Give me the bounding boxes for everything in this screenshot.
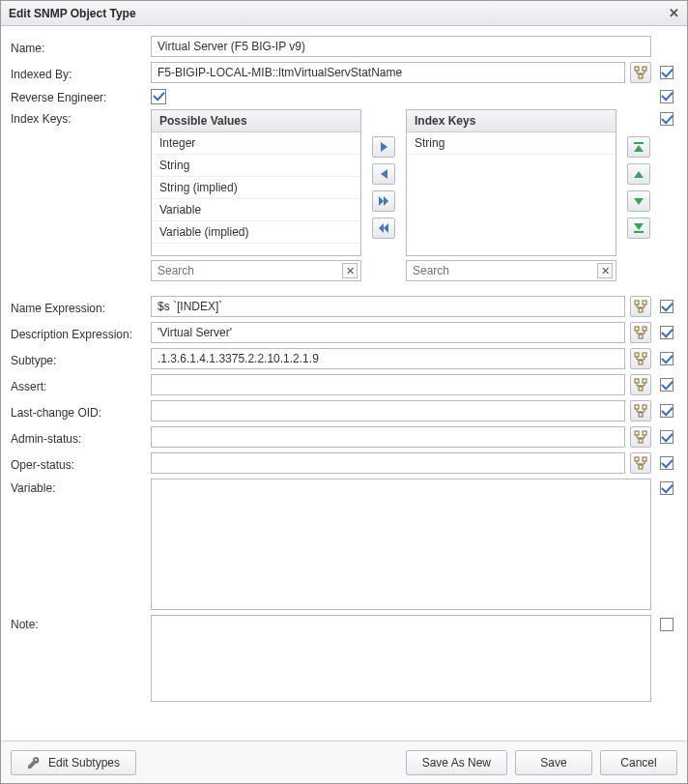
save-button[interactable]: Save [515,750,592,775]
browse-name-expression-button[interactable] [630,296,651,317]
remove-button[interactable] [372,163,395,185]
svg-rect-4 [643,301,646,305]
inherit-indexed-by-checkbox[interactable] [660,66,674,79]
label-note: Note: [11,615,151,631]
cancel-button[interactable]: Cancel [600,750,677,775]
svg-rect-8 [639,334,643,338]
double-arrow-left-icon [379,223,388,233]
subtype-input[interactable] [151,348,625,369]
picklist-order-buttons [626,109,651,281]
browse-indexed-by-button[interactable] [630,62,651,83]
browse-oper-status-button[interactable] [630,452,651,474]
svg-rect-10 [643,353,646,357]
label-indexed-by: Indexed By: [11,65,151,81]
inherit-name-expression-checkbox[interactable] [660,300,674,313]
add-all-button[interactable] [372,190,395,212]
svg-rect-15 [635,405,639,409]
label-name: Name: [11,39,151,55]
arrow-down-icon [634,198,644,205]
remove-all-button[interactable] [372,218,395,239]
move-up-button[interactable] [627,163,650,185]
svg-rect-18 [635,431,639,435]
inherit-subtype-checkbox[interactable] [660,352,674,365]
svg-rect-7 [643,327,646,331]
close-icon[interactable]: ✕ [669,6,679,20]
title-bar: Edit SNMP Object Type ✕ [1,1,687,26]
edit-subtypes-button[interactable]: Edit Subtypes [11,750,136,775]
possible-search-input[interactable] [151,260,361,281]
clear-selected-search-button[interactable]: ✕ [597,263,613,278]
name-expression-input[interactable] [151,296,625,317]
browse-description-expression-button[interactable] [630,322,651,343]
label-subtype: Subtype: [11,351,151,367]
svg-rect-20 [639,439,643,443]
inherit-admin-status-checkbox[interactable] [660,430,674,444]
variable-textarea[interactable] [151,479,651,610]
inherit-oper-status-checkbox[interactable] [660,456,674,470]
label-assert: Assert: [11,377,151,393]
assert-input[interactable] [151,374,625,395]
svg-rect-0 [635,67,639,71]
add-button[interactable] [372,136,395,158]
move-top-icon [634,142,644,152]
index-keys-picklist: Possible Values IntegerStringString (imp… [151,109,651,281]
inherit-reverse-engineer-checkbox[interactable] [660,90,674,103]
svg-rect-21 [635,457,639,461]
inherit-description-expression-checkbox[interactable] [660,326,674,339]
list-item[interactable]: Variable (implied) [152,221,360,244]
tree-icon [634,66,647,79]
last-change-oid-input[interactable] [151,400,625,421]
name-input[interactable] [151,36,651,57]
tree-icon [634,404,647,418]
move-bottom-button[interactable] [627,218,650,239]
label-index-keys: Index Keys: [11,109,151,126]
possible-values-panel: Possible Values IntegerStringString (imp… [151,109,361,256]
list-item[interactable]: Integer [152,132,360,155]
svg-rect-12 [635,379,639,383]
double-arrow-right-icon [379,196,388,206]
list-item[interactable]: Variable [152,199,360,221]
picklist-move-buttons [371,109,396,281]
inherit-assert-checkbox[interactable] [660,378,674,392]
label-reverse-engineer: Reverse Engineer: [11,88,151,104]
reverse-engineer-checkbox[interactable] [151,89,166,104]
description-expression-input[interactable] [151,322,625,343]
svg-rect-23 [639,465,643,469]
selected-search-input[interactable] [406,260,616,281]
tree-icon [634,352,647,365]
wrench-icon [27,756,41,769]
list-item[interactable]: String (implied) [152,177,360,199]
svg-rect-2 [639,74,643,78]
arrow-left-icon [381,169,387,179]
svg-rect-19 [643,431,646,435]
index-keys-list[interactable]: String [407,132,616,255]
arrow-right-icon [381,142,387,152]
note-textarea[interactable] [151,615,651,702]
inherit-variable-checkbox[interactable] [660,481,674,495]
inherit-note-checkbox[interactable] [660,618,674,631]
inherit-index-keys-checkbox[interactable] [660,112,674,126]
oper-status-input[interactable] [151,452,625,474]
browse-subtype-button[interactable] [630,348,651,369]
move-bottom-icon [634,223,644,233]
indexed-by-input[interactable] [151,62,625,83]
save-as-new-button[interactable]: Save As New [406,750,507,775]
move-down-button[interactable] [627,190,650,212]
move-top-button[interactable] [627,136,650,158]
browse-last-change-oid-button[interactable] [630,400,651,421]
svg-rect-16 [643,405,646,409]
list-item[interactable]: String [407,132,616,155]
list-item[interactable]: String [152,155,360,177]
tree-icon [634,378,647,392]
clear-possible-search-button[interactable]: ✕ [342,263,358,278]
index-keys-panel: Index Keys String [406,109,616,256]
inherit-last-change-oid-checkbox[interactable] [660,404,674,418]
browse-assert-button[interactable] [630,374,651,395]
possible-values-list[interactable]: IntegerStringString (implied)VariableVar… [152,132,360,255]
svg-rect-1 [643,67,646,71]
admin-status-input[interactable] [151,426,625,448]
browse-admin-status-button[interactable] [630,426,651,448]
label-oper-status: Oper-status: [11,455,151,472]
tree-icon [634,430,647,444]
svg-rect-9 [635,353,639,357]
